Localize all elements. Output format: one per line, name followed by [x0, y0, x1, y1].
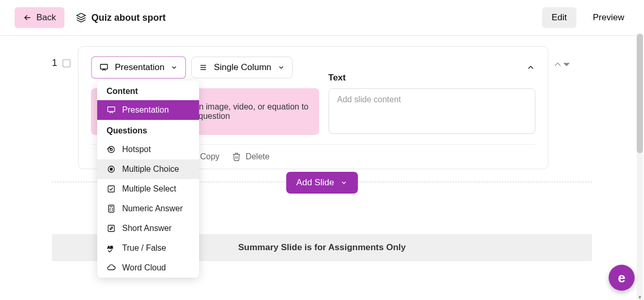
back-button[interactable]: Back	[15, 7, 64, 28]
back-label: Back	[36, 12, 56, 23]
delete-button[interactable]: Delete	[232, 152, 269, 161]
presentation-icon	[107, 105, 116, 115]
menu-item-word-cloud[interactable]: Word Cloud	[97, 258, 199, 278]
menu-label: Presentation	[122, 105, 169, 115]
menu-item-multiple-choice[interactable]: Multiple Choice	[97, 159, 199, 179]
move-up-icon[interactable]	[554, 60, 562, 69]
svg-point-16	[110, 210, 110, 211]
delete-label: Delete	[245, 152, 269, 161]
svg-point-14	[110, 209, 110, 209]
slide-index: 1	[52, 58, 57, 69]
chevron-down-icon	[340, 179, 348, 186]
menu-label: Numeric Answer	[122, 204, 182, 213]
menu-item-true-false[interactable]: AB True / False	[97, 238, 199, 258]
move-down-icon[interactable]	[562, 60, 571, 69]
svg-rect-12	[109, 205, 114, 212]
menu-label: Short Answer	[122, 224, 172, 233]
svg-marker-0	[76, 13, 85, 18]
menu-heading-questions: Questions	[97, 120, 199, 140]
checkbox-icon	[107, 184, 116, 194]
slide-number: 1	[52, 46, 71, 69]
target-icon	[107, 145, 116, 154]
top-bar: Back Quiz about sport Edit Preview	[0, 0, 644, 36]
slide-type-label: Presentation	[115, 62, 164, 73]
menu-item-presentation[interactable]: Presentation	[97, 100, 199, 120]
trash-icon	[232, 152, 241, 161]
scroll-down-icon[interactable]: ▼	[637, 295, 643, 300]
edit-button[interactable]: Edit	[542, 7, 576, 28]
svg-text:AB: AB	[108, 245, 113, 250]
menu-item-short-answer[interactable]: Short Answer	[97, 219, 199, 238]
slide-text-input[interactable]: Add slide content	[328, 88, 536, 134]
text-column: Text Add slide content	[328, 88, 536, 135]
text-heading: Text	[328, 73, 536, 83]
scroll-thumb[interactable]	[637, 34, 643, 153]
svg-point-15	[112, 209, 113, 209]
svg-point-10	[110, 168, 113, 171]
add-slide-button[interactable]: Add Slide	[286, 172, 358, 194]
radio-icon	[107, 165, 116, 174]
copy-label: Copy	[200, 152, 219, 161]
menu-label: Hotspot	[122, 145, 151, 154]
menu-label: Word Cloud	[122, 263, 166, 272]
menu-item-numeric-answer[interactable]: Numeric Answer	[97, 199, 199, 219]
reorder-controls[interactable]	[554, 60, 571, 69]
slide-type-menu: Content Presentation Questions Hotspot M…	[97, 80, 199, 278]
preview-button[interactable]: Preview	[588, 7, 629, 28]
menu-label: Multiple Choice	[122, 165, 179, 174]
layout-label: Single Column	[214, 62, 271, 73]
editor-area: 1 Presentation Single Column	[0, 36, 644, 300]
svg-rect-11	[108, 186, 114, 192]
quiz-title: Quiz about sport	[76, 12, 166, 23]
edit-icon	[107, 224, 116, 233]
presentation-icon	[99, 63, 109, 72]
svg-rect-1	[100, 64, 108, 69]
menu-heading-content: Content	[97, 80, 199, 100]
slide-checkbox[interactable]	[62, 59, 71, 67]
chevron-down-icon	[170, 64, 178, 71]
collapse-toggle[interactable]	[526, 63, 535, 72]
cloud-icon	[107, 263, 116, 272]
hamburger-icon	[199, 63, 207, 72]
layout-dropdown[interactable]: Single Column	[191, 57, 293, 78]
menu-item-multiple-select[interactable]: Multiple Select	[97, 179, 199, 199]
menu-label: Multiple Select	[122, 184, 176, 194]
svg-rect-18	[108, 225, 114, 231]
menu-label: True / False	[122, 243, 166, 253]
add-slide-label: Add Slide	[296, 178, 334, 188]
layers-icon	[76, 12, 86, 23]
svg-point-17	[112, 210, 113, 211]
chevron-up-icon	[526, 63, 535, 72]
menu-item-hotspot[interactable]: Hotspot	[97, 140, 199, 159]
ab-icon: AB	[107, 243, 116, 253]
brand-e-icon: e	[618, 270, 625, 286]
calculator-icon	[107, 204, 116, 213]
svg-rect-6	[108, 107, 115, 112]
arrow-left-icon	[23, 13, 32, 22]
slide-type-dropdown[interactable]: Presentation	[91, 56, 186, 79]
scrollbar[interactable]: ▲ ▼	[637, 34, 643, 300]
chevron-down-icon	[278, 64, 285, 71]
quiz-title-text: Quiz about sport	[91, 12, 166, 23]
help-fab[interactable]: e	[609, 265, 635, 291]
